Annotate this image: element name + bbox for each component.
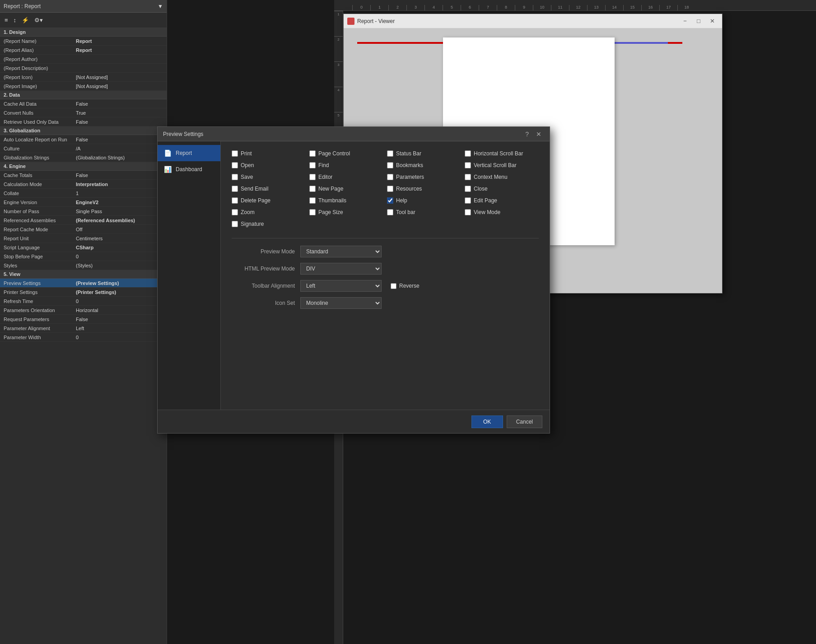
rv-maximize-btn[interactable]: □ [692,16,705,27]
prop-row[interactable]: (Report Alias)Report [0,46,167,55]
prop-row[interactable]: (Report Author) [0,55,167,64]
prop-row[interactable]: Styles(Styles) [0,261,167,270]
checkbox-new-page[interactable] [309,186,316,192]
prop-row[interactable]: Globalization Strings(Globalization Stri… [0,153,167,162]
toolbar-lightning-btn[interactable]: ⚡ [20,16,31,24]
checkbox-toolbar[interactable] [387,209,393,215]
prop-row[interactable]: Culture/A [0,144,167,153]
checkbox-delete-page[interactable] [232,197,238,204]
checkbox-edit-page[interactable] [465,197,471,204]
prop-row[interactable]: (Report Icon)[Not Assigned] [0,73,167,82]
toolbar-sort-btn[interactable]: ↕ [12,16,19,24]
checkbox-item-toolbar[interactable]: Tool bar [387,209,461,215]
checkbox-find[interactable] [309,162,316,168]
checkbox-item-context-menu[interactable]: Context Menu [465,174,539,180]
prop-row[interactable]: Refresh Time0 [0,297,167,306]
nav-item-report[interactable]: 📄Report [158,145,220,161]
checkbox-vertical-scroll[interactable] [465,162,471,168]
cancel-button[interactable]: Cancel [507,415,542,428]
prop-row[interactable]: (Report Image)[Not Assigned] [0,82,167,91]
checkbox-view-mode[interactable] [465,209,471,215]
prop-row[interactable]: Auto Localize Report on RunFalse [0,135,167,144]
checkbox-editor[interactable] [309,174,316,180]
prop-row[interactable]: Cache TotalsFalse [0,171,167,180]
checkbox-item-save[interactable]: Save [232,174,306,180]
settings-select-html-preview-mode[interactable]: DIVTable [300,263,382,275]
checkbox-item-close[interactable]: Close [465,186,539,192]
checkbox-status-bar[interactable] [387,150,393,157]
toolbar-list-btn[interactable]: ≡ [3,16,10,24]
checkbox-horizontal-scroll[interactable] [465,150,471,157]
prop-row[interactable]: Stop Before Page0 [0,252,167,261]
prop-row[interactable]: (Report Description) [0,64,167,73]
checkbox-item-page-size[interactable]: Page Size [309,209,383,215]
checkbox-item-vertical-scroll[interactable]: Vertical Scroll Bar [465,162,539,168]
checkbox-signature[interactable] [232,221,238,227]
prop-value: False [76,137,88,142]
prop-row[interactable]: Report UnitCentimeters [0,234,167,243]
prop-row[interactable]: Script LanguageCSharp [0,243,167,252]
prop-row[interactable]: Request ParametersFalse [0,315,167,324]
checkbox-item-print[interactable]: Print [232,150,306,157]
checkbox-resources[interactable] [387,186,393,192]
rv-minimize-btn[interactable]: − [679,16,691,27]
checkbox-help[interactable] [387,197,393,204]
checkbox-save[interactable] [232,174,238,180]
rv-close-btn[interactable]: ✕ [706,16,718,27]
prop-row[interactable]: Preview Settings(Preview Settings) [0,279,167,288]
checkbox-item-delete-page[interactable]: Delete Page [232,197,306,204]
settings-select-toolbar-alignment[interactable]: LeftRightCenter [300,280,382,292]
checkbox-item-status-bar[interactable]: Status Bar [387,150,461,157]
checkbox-thumbnails[interactable] [309,197,316,204]
prop-row[interactable]: Retrieve Used Only DataFalse [0,117,167,126]
dialog-close-btn[interactable]: ✕ [533,130,544,139]
checkbox-item-zoom[interactable]: Zoom [232,209,306,215]
prop-row[interactable]: Number of PassSingle Pass [0,207,167,216]
checkbox-bookmarks[interactable] [387,162,393,168]
checkbox-item-open[interactable]: Open [232,162,306,168]
prop-row[interactable]: Parameters OrientationHorizontal [0,306,167,315]
checkbox-zoom[interactable] [232,209,238,215]
checkbox-item-edit-page[interactable]: Edit Page [465,197,539,204]
report-dropdown[interactable]: Report : Report ▼ [0,0,167,13]
checkbox-item-bookmarks[interactable]: Bookmarks [387,162,461,168]
prop-row[interactable]: Cache All DataFalse [0,99,167,108]
prop-row[interactable]: Parameter AlignmentLeft [0,324,167,333]
nav-item-dashboard[interactable]: 📊Dashboard [158,161,220,177]
toolbar-settings-btn[interactable]: ⚙▾ [33,16,45,24]
prop-row[interactable]: Referenced Assemblies(Referenced Assembl… [0,216,167,225]
checkbox-item-signature[interactable]: Signature [232,221,306,227]
prop-row[interactable]: Parameter Width0 [0,333,167,342]
extra-checkbox-toolbar-alignment[interactable] [391,283,396,289]
checkbox-item-send-email[interactable]: Send Email [232,186,306,192]
settings-select-icon-set[interactable]: MonolineOffice2013Material [300,297,382,309]
checkbox-page-size[interactable] [309,209,316,215]
checkbox-send-email[interactable] [232,186,238,192]
prop-row[interactable]: (Report Name)Report [0,37,167,46]
checkbox-item-editor[interactable]: Editor [309,174,383,180]
dialog-help-btn[interactable]: ? [522,130,532,139]
prop-row[interactable]: Collate1 [0,189,167,198]
settings-select-preview-mode[interactable]: StandardSimpleFull [300,246,382,257]
prop-row[interactable]: Convert NullsTrue [0,108,167,117]
checkbox-item-new-page[interactable]: New Page [309,186,383,192]
prop-row[interactable]: Calculation ModeInterpretation [0,180,167,189]
checkbox-item-find[interactable]: Find [309,162,383,168]
prop-row[interactable]: Printer Settings(Printer Settings) [0,288,167,297]
checkbox-item-parameters[interactable]: Parameters [387,174,461,180]
checkbox-open[interactable] [232,162,238,168]
checkbox-item-thumbnails[interactable]: Thumbnails [309,197,383,204]
checkbox-item-horizontal-scroll[interactable]: Horizontal Scroll Bar [465,150,539,157]
checkbox-context-menu[interactable] [465,174,471,180]
prop-row[interactable]: Report Cache ModeOff [0,225,167,234]
checkbox-print[interactable] [232,150,238,157]
checkbox-close[interactable] [465,186,471,192]
ok-button[interactable]: OK [471,415,503,428]
checkbox-page-control[interactable] [309,150,316,157]
checkbox-item-help[interactable]: Help [387,197,461,204]
checkbox-item-view-mode[interactable]: View Mode [465,209,539,215]
checkbox-parameters[interactable] [387,174,393,180]
checkbox-item-page-control[interactable]: Page Control [309,150,383,157]
prop-row[interactable]: Engine VersionEngineV2 [0,198,167,207]
checkbox-item-resources[interactable]: Resources [387,186,461,192]
